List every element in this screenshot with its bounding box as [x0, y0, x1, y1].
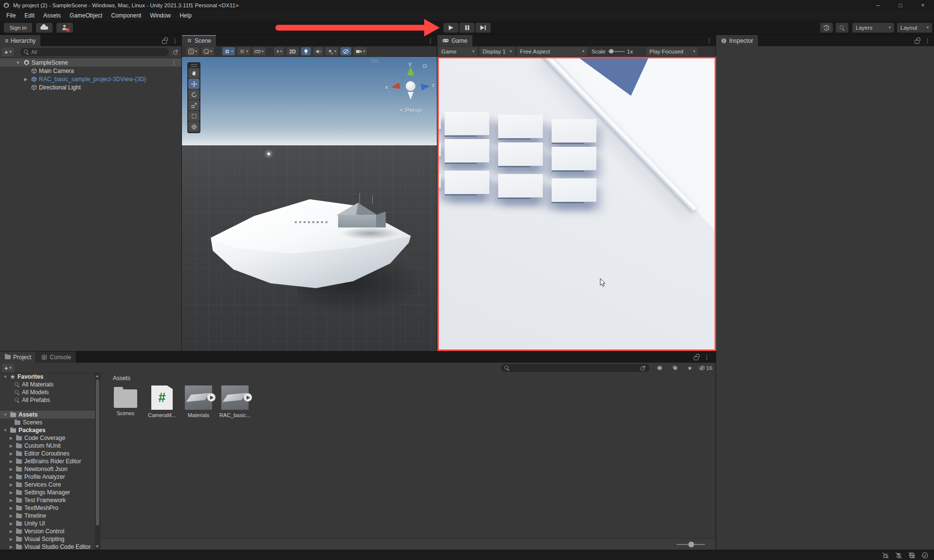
package-item[interactable]: ▶Test Framework: [0, 496, 100, 504]
packages-root[interactable]: ▼ Packages: [0, 426, 100, 434]
open-in-window-icon[interactable]: [173, 49, 179, 55]
expander-closed-icon[interactable]: ▶: [9, 537, 14, 542]
tab-game[interactable]: Game: [437, 35, 472, 46]
tree-scrollbar[interactable]: [95, 373, 100, 550]
lock-icon[interactable]: [162, 40, 167, 44]
menu-component[interactable]: Component: [107, 11, 145, 20]
orientation-gizmo[interactable]: y x z: [388, 63, 433, 107]
hand-tool-button[interactable]: [188, 68, 199, 78]
game-viewport[interactable]: [437, 57, 716, 351]
expander-open-icon[interactable]: ▼: [15, 60, 21, 65]
scene-tool-grid-button[interactable]: ▾: [222, 47, 235, 55]
gizmo-drag-handle[interactable]: [371, 60, 378, 62]
menu-file[interactable]: File: [2, 11, 20, 20]
assets-root[interactable]: ▼ Assets: [0, 411, 100, 419]
tab-hierarchy[interactable]: ≡ Hierarchy: [0, 35, 40, 46]
package-item[interactable]: ▶JetBrains Rider Editor: [0, 457, 100, 465]
expander-closed-icon[interactable]: ▶: [9, 474, 14, 479]
chevron-down-icon[interactable]: ▾: [210, 50, 212, 53]
expander-open-icon[interactable]: ▼: [3, 428, 8, 433]
chevron-down-icon[interactable]: ▾: [334, 50, 336, 53]
status-ok-icon[interactable]: [920, 551, 929, 560]
expander-closed-icon[interactable]: ▶: [9, 451, 14, 456]
display-dropdown[interactable]: Display 1▾: [480, 47, 515, 56]
expander-closed-icon[interactable]: ▶: [9, 482, 14, 487]
axis-x-cone[interactable]: [391, 82, 401, 90]
lock-icon[interactable]: [694, 356, 699, 360]
search-by-type-button[interactable]: [654, 364, 665, 372]
package-item[interactable]: ▶Visual Scripting: [0, 535, 100, 543]
network-disabled-icon[interactable]: [907, 551, 916, 560]
move-tool-button[interactable]: [188, 79, 199, 89]
menu-help[interactable]: Help: [175, 11, 196, 20]
tab-project[interactable]: Project: [0, 351, 36, 363]
favorites-item[interactable]: All Materials: [0, 381, 100, 388]
axis-y-cone[interactable]: [407, 67, 414, 75]
scrollbar-thumb[interactable]: [96, 380, 99, 525]
menu-dots-icon[interactable]: ⋮: [925, 37, 931, 44]
expander-closed-icon[interactable]: ▶: [9, 490, 14, 495]
cloud-services-button[interactable]: [36, 23, 53, 33]
expander-closed-icon[interactable]: ▶: [9, 443, 14, 448]
asset-item-model[interactable]: Materials: [182, 385, 215, 418]
scene-tool-shading-button[interactable]: ▾: [274, 47, 284, 55]
chevron-down-icon[interactable]: ▾: [280, 50, 282, 53]
expander-closed-icon[interactable]: ▶: [9, 436, 14, 440]
pause-button[interactable]: [460, 23, 475, 33]
package-item[interactable]: ▶Unity UI: [0, 520, 100, 527]
package-item[interactable]: ▶Timeline: [0, 512, 100, 520]
package-item[interactable]: ▶Profile Analyzer: [0, 473, 100, 481]
scene-viewport[interactable]: y x z < Persp: [182, 57, 437, 351]
scale-slider[interactable]: [608, 51, 625, 52]
package-item[interactable]: ▶Newtonsoft Json: [0, 465, 100, 473]
favorites-item[interactable]: All Models: [0, 388, 100, 396]
expander-closed-icon[interactable]: ▶: [9, 506, 14, 510]
play-badge-icon[interactable]: [207, 393, 216, 402]
debugger-disabled-icon[interactable]: [881, 551, 890, 560]
package-item[interactable]: ▶TextMeshPro: [0, 504, 100, 512]
hierarchy-row-scene[interactable]: ▼ SampleScene ⋮: [0, 58, 181, 67]
scene-tool-2d-button[interactable]: 2D: [287, 47, 299, 55]
scene-tool-snap-button[interactable]: ▾: [237, 47, 250, 55]
play-badge-icon[interactable]: [244, 393, 252, 402]
menu-edit[interactable]: Edit: [20, 11, 39, 20]
gizmo-center[interactable]: [406, 81, 415, 91]
project-search-input[interactable]: [501, 364, 649, 372]
expander-closed-icon[interactable]: ▶: [9, 459, 14, 464]
chevron-down-icon[interactable]: ▾: [231, 50, 233, 53]
asset-item-folder[interactable]: Scenes: [109, 385, 142, 418]
tab-inspector[interactable]: Inspector: [716, 35, 758, 46]
chevron-down-icon[interactable]: ▾: [195, 50, 197, 53]
expander-closed-icon[interactable]: ▶: [9, 521, 14, 526]
overlay-drag-handle[interactable]: [191, 64, 197, 67]
package-item[interactable]: ▶Custom NUnit: [0, 442, 100, 450]
scene-tool-light-button[interactable]: [301, 47, 311, 55]
scene-tool-camera-button[interactable]: ▾: [354, 47, 367, 55]
maximize-button[interactable]: □: [889, 0, 912, 11]
tab-scene[interactable]: Scene: [182, 35, 216, 46]
hierarchy-search-input[interactable]: All: [20, 48, 169, 56]
hierarchy-item[interactable]: ▶RAC_basic_sample_project-3DView-{3D}: [0, 75, 181, 83]
sign-in-button[interactable]: Sign in: [4, 23, 32, 33]
transform-tool-button[interactable]: [188, 122, 199, 132]
open-search-window-icon[interactable]: [640, 365, 646, 371]
scene-tool-ruler-button[interactable]: ▾: [252, 47, 266, 55]
package-item[interactable]: ▶Services Core: [0, 481, 100, 489]
scene-tool-tool-context-button[interactable]: ▾: [186, 47, 199, 55]
layers-dropdown[interactable]: Layers▾: [852, 23, 894, 33]
hierarchy-item[interactable]: Main Camera: [0, 67, 181, 75]
zoom-slider-knob[interactable]: [688, 542, 694, 547]
expander-closed-icon[interactable]: ▶: [9, 544, 14, 549]
aspect-ratio-dropdown[interactable]: Free Aspect▾: [517, 47, 587, 56]
menu-assets[interactable]: Assets: [39, 11, 65, 20]
menu-dots-icon[interactable]: ⋮: [704, 354, 710, 361]
chevron-down-icon[interactable]: ▾: [262, 50, 264, 53]
cache-disabled-icon[interactable]: [894, 551, 903, 560]
favorites-root[interactable]: ▼ ★ Favorites: [0, 373, 100, 381]
package-item[interactable]: ▶Code Coverage: [0, 434, 100, 442]
axis-z-cone[interactable]: [421, 83, 430, 90]
menu-window[interactable]: Window: [145, 11, 175, 20]
rect-tool-button[interactable]: [188, 111, 199, 121]
scale-slider-knob[interactable]: [609, 49, 613, 53]
expander-closed-icon[interactable]: ▶: [9, 513, 14, 518]
